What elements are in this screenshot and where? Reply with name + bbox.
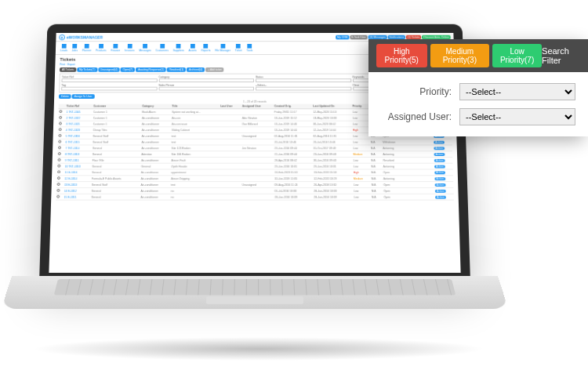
cell-action: Action [434, 169, 453, 176]
nav-item-finance[interactable]: Finance [111, 44, 120, 52]
tab[interactable]: Unassigned(4) [98, 67, 120, 72]
row-checkbox[interactable] [58, 127, 66, 133]
action-button[interactable]: Action [435, 189, 446, 192]
action-button[interactable]: Action [434, 177, 445, 180]
tab[interactable]: Awaiting Response(1) [136, 67, 166, 72]
row-checkbox[interactable] [56, 163, 64, 169]
ticket-ref[interactable]: 2 TKT-1322 [65, 114, 93, 121]
priority-select[interactable]: --Select-- [459, 83, 575, 100]
ticket-ref[interactable]: 1 TKT-1345 [66, 109, 93, 115]
action-button[interactable]: Action [434, 165, 445, 168]
cell-action: Action [434, 187, 454, 194]
action-button[interactable]: Action [434, 153, 445, 156]
action-button[interactable]: Action [435, 183, 446, 187]
row-checkbox[interactable] [56, 194, 64, 200]
print-link[interactable]: Print [60, 63, 65, 66]
ticket-ref[interactable]: 5 TKT-1316 [65, 133, 93, 140]
nav-label: Suppliers [173, 49, 184, 53]
ticket-ref[interactable]: 13 E-1313 [64, 182, 91, 188]
filter-input[interactable] [61, 87, 157, 91]
filter-input[interactable] [256, 78, 351, 82]
filter-input[interactable] [158, 87, 254, 91]
laptop-keyboard [2, 276, 508, 309]
tab[interactable]: Resolved(1) [167, 67, 186, 72]
nav-item-reports[interactable]: Reports [201, 44, 211, 52]
action-button[interactable]: Action [434, 147, 445, 150]
nav-item-messages[interactable]: Messages [139, 44, 151, 52]
popup-title: Search Filter [542, 46, 580, 65]
app-logo[interactable]: e eWORKSMANAGER [59, 34, 103, 39]
filter-input[interactable] [158, 78, 254, 82]
row-checkbox[interactable] [58, 114, 66, 121]
tab[interactable]: Archived(4) [187, 67, 205, 72]
ticket-ref[interactable]: 11 E-1316 [64, 169, 91, 176]
delete-button[interactable]: Delete [59, 94, 71, 99]
ticket-ref[interactable]: 6 TKT-1315 [65, 139, 93, 145]
row-checkbox[interactable] [58, 109, 66, 115]
ticket-ref[interactable]: 8 TKT-1313 [64, 151, 92, 158]
cell-category: Air-conditioner [140, 182, 171, 188]
row-checkbox[interactable] [56, 169, 64, 176]
top-tag[interactable]: My CRM [336, 34, 349, 39]
action-button[interactable]: Action [434, 140, 445, 143]
table-row: 10 TKT-1310GeneralGeneralZipith Hoodie29… [56, 163, 452, 169]
row-checkbox[interactable] [56, 187, 64, 194]
cell-title: appointment [170, 169, 219, 176]
row-checkbox[interactable] [56, 182, 64, 188]
cell-created: Friday 29/01 11:17 [274, 109, 313, 115]
ticket-ref[interactable]: 15 E-1311 [64, 194, 91, 200]
tab[interactable]: My Tickets(7) [77, 67, 97, 72]
cell-category: Air-conditioner [140, 194, 170, 200]
nav-item-suppliers[interactable]: Suppliers [173, 44, 184, 52]
cell-title: Aircon Fault [170, 157, 219, 163]
tab[interactable]: + Add ticket [205, 67, 223, 72]
nav-item-assets[interactable]: Assets [189, 44, 197, 52]
ticket-ref[interactable]: 4 TKT-1320 [65, 127, 93, 133]
row-checkbox[interactable] [57, 145, 65, 151]
assigned-user-select[interactable]: --Select-- [459, 108, 575, 125]
cell-customer: General [91, 169, 140, 176]
ticket-ref[interactable]: 12 E-1314 [64, 176, 91, 182]
tab[interactable]: All Tickets [60, 67, 76, 72]
cell-created: 02-Aug-2016 11:31 [274, 133, 313, 140]
low-priority-button[interactable]: Low Priority(7) [492, 44, 542, 67]
row-checkbox[interactable] [56, 157, 64, 163]
row-checkbox[interactable] [57, 139, 65, 145]
nav-item-leads[interactable]: Leads [60, 44, 68, 52]
medium-priority-button[interactable]: Medium Priority(3) [430, 44, 490, 67]
ticket-ref[interactable]: 9 TKT-1311 [64, 157, 92, 163]
row-checkbox[interactable] [57, 133, 65, 140]
nav-item-ticket[interactable]: Ticket [235, 44, 242, 52]
ticket-ref[interactable]: 3 TKT-1321 [65, 121, 93, 127]
nav-label: Reports [201, 49, 211, 53]
ticket-ref[interactable]: 7 TKT-1314 [64, 145, 92, 151]
nav-item-customers[interactable]: Customers [156, 44, 169, 52]
ticket-ref[interactable]: 14 E-1312 [64, 187, 91, 194]
top-tag[interactable]: E-Task View [350, 34, 367, 39]
export-link[interactable]: Export [67, 63, 75, 66]
row-checkbox[interactable] [57, 151, 65, 158]
tab[interactable]: Open(7) [121, 67, 135, 72]
nav-item-jobs[interactable]: Jobs [72, 44, 78, 52]
table-row: 14 E-1312GeneralAir-conditionerno01-Jul-… [56, 187, 453, 194]
action-button[interactable]: Action [434, 158, 445, 162]
action-button[interactable]: Action [434, 171, 445, 174]
cell-title: Air-con [171, 114, 220, 121]
nav-icon [220, 44, 225, 49]
nav-item-planner[interactable]: Planner [82, 44, 92, 52]
cell-lastuser [220, 187, 241, 194]
cell-tags: N/A [370, 139, 383, 145]
filter-input[interactable] [256, 87, 351, 91]
assign-button[interactable]: Assign To User [72, 94, 95, 99]
high-priority-button[interactable]: High Priority(5) [376, 44, 427, 67]
ticket-ref[interactable]: 10 TKT-1310 [64, 163, 92, 169]
action-button[interactable]: Action [435, 195, 446, 198]
nav-item-tools[interactable]: Tools [246, 44, 252, 52]
nav-item-products[interactable]: Products [96, 44, 107, 52]
filter-input[interactable] [61, 78, 157, 82]
row-checkbox[interactable] [56, 176, 64, 182]
nav-item-file-manager[interactable]: File Manager [215, 44, 230, 52]
cell-assigned [241, 163, 274, 169]
nav-item-invoices[interactable]: Invoices [125, 44, 135, 52]
row-checkbox[interactable] [58, 121, 66, 127]
